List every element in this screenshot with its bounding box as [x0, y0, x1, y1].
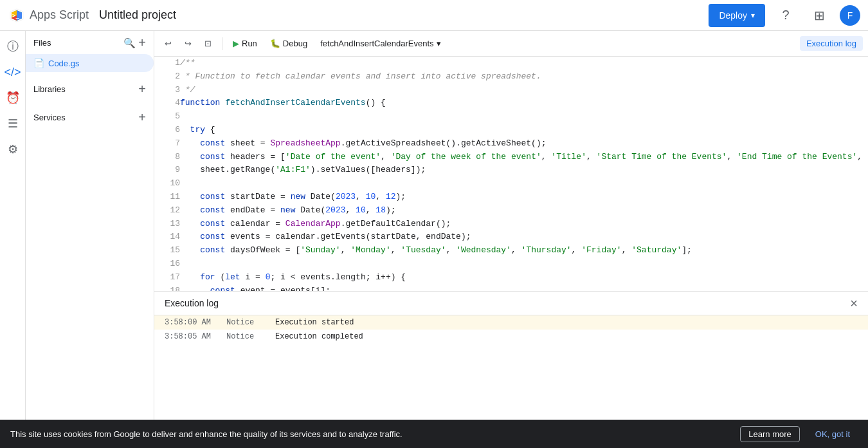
table-row: 12 const endDate = new Date(2023, 10, 18…: [154, 204, 868, 218]
editor-icon: </>: [4, 66, 21, 79]
table-row: 4function fetchAndInsertCalendarEvents()…: [154, 97, 868, 110]
table-row: 1/**: [154, 57, 868, 70]
cookie-text: This site uses cookies from Google to de…: [10, 429, 732, 439]
log-entry-started: 3:58:00 AM Notice Execution started: [154, 315, 868, 330]
table-row: 11 const startDate = new Date(2023, 10, …: [154, 191, 868, 204]
table-row: 10: [154, 177, 868, 191]
table-row: 14 const events = calendar.getEvents(sta…: [154, 230, 868, 244]
icon-sidebar: ⓘ </> ⏰ ☰ ⚙: [0, 31, 26, 420]
function-selector[interactable]: fetchAndInsertCalendarEvents ▾: [315, 36, 446, 51]
deploy-button[interactable]: Deploy ▾: [709, 4, 765, 27]
apps-grid-button[interactable]: ⊞: [806, 3, 832, 28]
topbar: >_ Apps Script Untitled project Deploy ▾…: [0, 0, 868, 31]
editor-icon-button[interactable]: </>: [3, 62, 23, 82]
log-time-2: 3:58:05 AM: [165, 332, 216, 341]
run-label: Run: [242, 39, 257, 48]
debug-button[interactable]: 🐛 Debug: [265, 36, 312, 51]
executions-icon-button[interactable]: ☰: [3, 113, 23, 134]
debug-label: Debug: [283, 39, 307, 48]
toolbar-separator-1: [222, 37, 222, 50]
deploy-label: Deploy: [719, 10, 747, 21]
triggers-icon-button[interactable]: ⏰: [3, 88, 23, 108]
table-row: 16: [154, 257, 868, 271]
execution-log-panel: Execution log × 3:58:00 AM Notice Execut…: [154, 291, 868, 420]
file-item-code-gs[interactable]: 📄 Code.gs: [26, 54, 154, 72]
overview-icon-button[interactable]: ⓘ: [3, 36, 23, 57]
log-level-1: Notice: [226, 318, 265, 327]
services-label: Services: [33, 113, 66, 122]
log-message-2: Execution completed: [275, 332, 363, 341]
table-row: 2 * Function to fetch calendar events an…: [154, 70, 868, 84]
learn-more-button[interactable]: Learn more: [740, 426, 799, 442]
help-icon: ?: [782, 8, 789, 23]
code-editor[interactable]: 1/** 2 * Function to fetch calendar even…: [154, 57, 868, 291]
execution-log-button[interactable]: Execution log: [800, 36, 863, 51]
execution-log-title: Execution log: [165, 298, 219, 308]
add-library-button[interactable]: +: [138, 82, 146, 95]
log-level-2: Notice: [226, 332, 265, 341]
file-panel: Files 🔍 + 📄 Code.gs Libraries + Services…: [26, 31, 154, 420]
apps-script-logo-icon: >_: [8, 6, 26, 24]
project-title[interactable]: Untitled project: [99, 8, 176, 22]
services-section: Services +: [26, 106, 154, 129]
libraries-section: Libraries +: [26, 77, 154, 100]
chevron-down-icon: ▾: [751, 11, 755, 20]
user-avatar[interactable]: F: [840, 5, 860, 26]
add-service-button[interactable]: +: [138, 111, 146, 124]
editor-toolbar: ↩ ↪ ⊡ ▶ Run 🐛 Debug fetchAndInsertCalend…: [154, 31, 868, 57]
function-chevron-icon: ▾: [437, 39, 441, 48]
function-name: fetchAndInsertCalendarEvents: [320, 39, 433, 48]
table-row: 17 for (let i = 0; i < events.length; i+…: [154, 271, 868, 285]
table-row: 5: [154, 110, 868, 124]
table-row: 8 const headers = ['Date of the event', …: [154, 151, 868, 164]
file-icon: 📄: [33, 58, 44, 68]
cookie-bar: This site uses cookies from Google to de…: [0, 420, 868, 448]
file-name: Code.gs: [48, 59, 79, 68]
add-file-button[interactable]: +: [138, 36, 146, 49]
help-button[interactable]: ?: [773, 3, 799, 28]
files-label: Files: [33, 38, 51, 48]
table-row: 7 const sheet = SpreadsheetApp.getActive…: [154, 137, 868, 151]
play-icon: ▶: [233, 39, 239, 48]
table-row: 15 const daysOfWeek = ['Sunday', 'Monday…: [154, 244, 868, 257]
bug-icon: 🐛: [270, 39, 280, 48]
triggers-icon: ⏰: [6, 91, 20, 105]
table-row: 3 */: [154, 84, 868, 97]
log-entry-completed: 3:58:05 AM Notice Execution completed: [154, 330, 868, 344]
redo-button[interactable]: ↪: [179, 35, 197, 53]
executions-icon: ☰: [8, 117, 18, 131]
table-row: 9 sheet.getRange('A1:F1').setValues([hea…: [154, 163, 868, 177]
undo-icon: ↩: [165, 39, 172, 48]
svg-text:>_: >_: [12, 12, 19, 19]
overview-icon: ⓘ: [7, 39, 19, 54]
log-time-1: 3:58:00 AM: [165, 318, 216, 327]
log-message-1: Execution started: [275, 318, 354, 327]
settings-icon-button[interactable]: ⚙: [3, 139, 23, 160]
table-row: 6 try {: [154, 124, 868, 137]
run-button[interactable]: ▶ Run: [228, 36, 262, 51]
undo-button[interactable]: ↩: [159, 35, 177, 53]
ok-got-it-button[interactable]: OK, got it: [808, 427, 858, 442]
execution-log-content: 3:58:00 AM Notice Execution started 3:58…: [154, 315, 868, 420]
main-layout: ⓘ </> ⏰ ☰ ⚙ Files 🔍 + 📄 Code.gs Librari: [0, 31, 868, 420]
settings-icon: ⚙: [8, 142, 18, 156]
table-row: 18 const event = events[i];: [154, 285, 868, 291]
format-button[interactable]: ⊡: [199, 35, 217, 53]
apps-grid-icon: ⊞: [814, 8, 825, 23]
table-row: 13 const calendar = CalendarApp.getDefau…: [154, 218, 868, 231]
execution-log-header: Execution log ×: [154, 292, 868, 315]
libraries-label: Libraries: [33, 84, 66, 94]
files-header: Files 🔍 +: [26, 31, 154, 54]
app-logo[interactable]: >_ Apps Script: [8, 6, 89, 24]
app-title-text: Apps Script: [30, 8, 89, 22]
code-table: 1/** 2 * Function to fetch calendar even…: [154, 57, 868, 291]
format-icon: ⊡: [204, 39, 212, 48]
close-log-button[interactable]: ×: [850, 297, 858, 310]
search-files-button[interactable]: 🔍: [123, 36, 136, 49]
editor-area: ↩ ↪ ⊡ ▶ Run 🐛 Debug fetchAndInsertCalend…: [154, 31, 868, 420]
redo-icon: ↪: [185, 39, 192, 48]
